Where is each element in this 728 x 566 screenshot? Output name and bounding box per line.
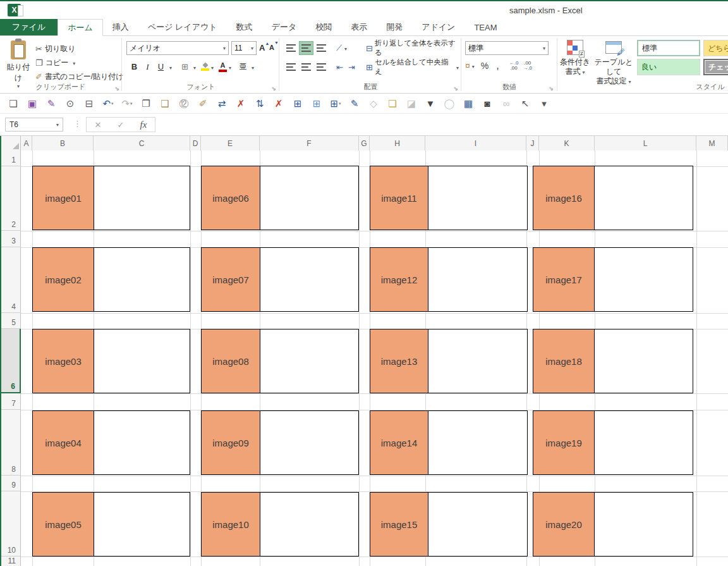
italic-button[interactable]: I [141, 60, 154, 73]
row-header-4[interactable]: 4 [0, 247, 21, 313]
column-width-icon[interactable]: ⊞▾ [326, 95, 345, 112]
dialog-launcher-icon[interactable]: ⇘ [114, 85, 119, 92]
dialog-launcher-icon[interactable]: ⇘ [271, 85, 276, 92]
fill-color-dropdown[interactable] [209, 63, 214, 71]
column-header-J[interactable]: J [526, 136, 539, 151]
borders-button[interactable]: ⊞ [178, 60, 191, 73]
filter-icon[interactable]: ▼ [421, 95, 440, 112]
image-placeholder-image16[interactable]: image16 [533, 166, 693, 230]
tab-表示[interactable]: 表示 [341, 19, 377, 35]
column-header-F[interactable]: F [260, 136, 359, 151]
row-header-3[interactable]: 3 [0, 231, 21, 247]
row-header-10[interactable]: 10 [0, 491, 21, 557]
tab-データ[interactable]: データ [262, 19, 306, 35]
paste-values-icon[interactable]: ⑫ [174, 95, 193, 112]
layout-icon[interactable]: ▦ [459, 95, 478, 112]
dialog-launcher-icon[interactable]: ⇘ [453, 85, 458, 92]
orientation-button[interactable]: ⟋ [336, 43, 342, 53]
image-placeholder-image05[interactable]: image05 [32, 492, 190, 557]
column-header-H[interactable]: H [370, 136, 425, 151]
phonetic-dropdown[interactable] [250, 63, 254, 71]
excel-app-icon[interactable]: X [8, 4, 21, 16]
cell-style-標準[interactable]: 標準 [637, 40, 700, 56]
new-note-icon[interactable]: ❏ [383, 95, 402, 112]
undo-icon[interactable]: ↶▾ [99, 95, 118, 112]
column-header-L[interactable]: L [595, 136, 696, 151]
row-header-8[interactable]: 8 [0, 410, 21, 476]
increase-indent-button[interactable]: ⇥ [348, 63, 355, 72]
image-placeholder-image13[interactable]: image13 [370, 329, 528, 393]
align-center-button[interactable] [299, 60, 313, 74]
font-size-combo[interactable]: 11 ▾ [231, 41, 257, 55]
unlink-icon[interactable]: ∞ [497, 95, 516, 112]
font-name-combo[interactable]: メイリオ ▾ [126, 41, 229, 55]
delete-rows-icon[interactable]: ✗ [231, 95, 250, 112]
image-placeholder-image10[interactable]: image10 [201, 492, 359, 557]
print-preview-icon[interactable]: ⊙ [61, 95, 80, 112]
column-header-B[interactable]: B [32, 136, 94, 151]
row-header-6[interactable]: 6 [0, 329, 21, 393]
insert-function-icon[interactable]: fx [140, 120, 147, 130]
borders-dropdown[interactable] [191, 63, 196, 71]
align-bottom-button[interactable] [314, 41, 329, 55]
image-placeholder-image15[interactable]: image15 [370, 492, 528, 557]
select-all-corner[interactable] [0, 136, 21, 151]
column-header-A[interactable]: A [21, 136, 32, 151]
image-placeholder-image02[interactable]: image02 [32, 247, 190, 312]
cut-button[interactable]: ✂切り取り [35, 42, 75, 55]
column-header-D[interactable]: D [190, 136, 201, 151]
cell-style-チェック[interactable]: チェック [703, 59, 728, 75]
paste-picture-icon[interactable]: ❑ [155, 95, 174, 112]
cell-style-良い[interactable]: 良い [637, 59, 700, 75]
merge-center-button[interactable]: ⊞ セルを結合して中央揃え [365, 60, 460, 74]
font-color-button[interactable]: A [219, 62, 227, 72]
row-header-9[interactable]: 9 [0, 476, 21, 491]
underline-dropdown[interactable] [167, 63, 172, 71]
paste-format-icon[interactable]: ✐ [193, 95, 212, 112]
border-grid-icon[interactable]: ⊞ [288, 95, 307, 112]
tab-数式[interactable]: 数式 [227, 19, 262, 35]
tab-ページ レイアウト[interactable]: ページ レイアウト [138, 19, 227, 35]
wrap-text-button[interactable]: ⊟ 折り返して全体を表示する [365, 41, 460, 55]
tab-開発[interactable]: 開発 [377, 19, 412, 35]
increase-decimal-button[interactable]: ←.0.00 [509, 61, 519, 71]
image-placeholder-image12[interactable]: image12 [370, 247, 528, 312]
currency-format-button[interactable]: ¤ [465, 61, 470, 71]
column-header-E[interactable]: E [201, 136, 260, 151]
image-placeholder-image06[interactable]: image06 [201, 166, 359, 230]
row-header-2[interactable]: 2 [0, 166, 21, 231]
column-header-C[interactable]: C [94, 136, 190, 151]
qat-overflow-icon[interactable]: ▾ [535, 95, 554, 112]
shapes-icon[interactable]: ◇ [364, 95, 383, 112]
insert-copied-cells-icon[interactable]: ⇄ [212, 95, 231, 112]
image-placeholder-image08[interactable]: image08 [201, 329, 359, 393]
row-header-11[interactable]: 11 [0, 557, 21, 566]
record-icon[interactable]: ◯ [440, 95, 459, 112]
save-icon[interactable]: ▣ [23, 95, 42, 112]
currency-dropdown[interactable] [470, 61, 475, 70]
fill-color-button[interactable] [201, 63, 209, 71]
column-header-K[interactable]: K [539, 136, 595, 151]
image-placeholder-image03[interactable]: image03 [32, 329, 190, 393]
percent-format-button[interactable]: % [481, 61, 488, 71]
select-arrow-icon[interactable]: ↖ [516, 95, 535, 112]
decrease-decimal-button[interactable]: .00→.0 [523, 61, 532, 71]
dialog-launcher-icon[interactable]: ⇘ [549, 85, 554, 92]
column-header-I[interactable]: I [425, 136, 526, 151]
save-as-icon[interactable]: ✎ [42, 95, 61, 112]
image-placeholder-image19[interactable]: image19 [533, 410, 693, 475]
row-header-7[interactable]: 7 [0, 393, 21, 410]
format-as-table-button[interactable]: テーブルとして 書式設定 [593, 41, 634, 86]
tab-ホーム[interactable]: ホーム [58, 19, 103, 36]
align-right-button[interactable] [314, 60, 329, 74]
image-placeholder-image17[interactable]: image17 [533, 247, 693, 312]
format-painter-button[interactable]: ✐書式のコピー/貼り付け [35, 70, 124, 83]
move-rows-icon[interactable]: ⇅ [250, 95, 269, 112]
comma-format-button[interactable]: , [496, 60, 499, 71]
copy-icon[interactable]: ❐ [136, 95, 155, 112]
bold-button[interactable]: B [128, 60, 141, 73]
image-placeholder-image07[interactable]: image07 [201, 247, 359, 312]
column-header-G[interactable]: G [359, 136, 370, 151]
insert-table-icon[interactable]: ⊞ [307, 95, 326, 112]
edit-cell-icon[interactable]: ✎ [345, 95, 364, 112]
